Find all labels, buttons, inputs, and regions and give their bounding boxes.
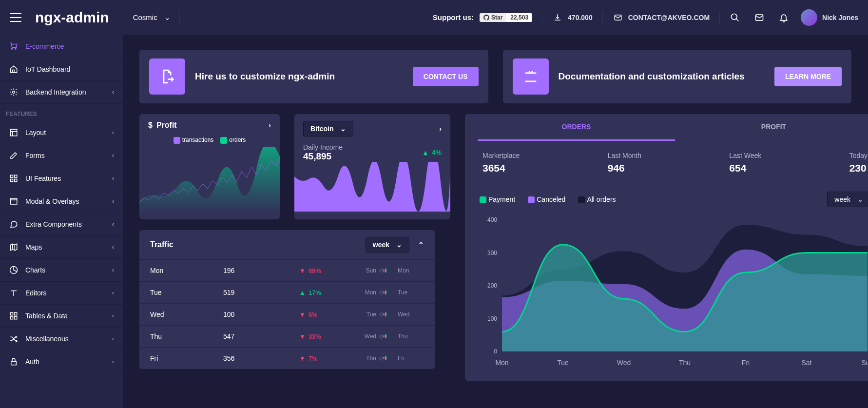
- traffic-sparkline: [379, 289, 395, 296]
- sidebar-item-charts[interactable]: Charts‹: [0, 259, 123, 282]
- svg-rect-8: [15, 179, 17, 182]
- sidebar-item-layout[interactable]: Layout‹: [0, 121, 123, 144]
- traffic-period-select[interactable]: week ⌄: [366, 237, 409, 253]
- traffic-pct: ▼33%: [299, 333, 347, 340]
- svg-rect-11: [15, 312, 17, 315]
- chevron-left-icon: ‹: [112, 290, 114, 296]
- downloads[interactable]: 470.000: [552, 12, 593, 23]
- sidebar-item-iot-dashboard[interactable]: IoT Dashboard: [0, 58, 123, 81]
- svg-text:Thu: Thu: [679, 359, 691, 367]
- sidebar-item-tables-data[interactable]: Tables & Data‹: [0, 305, 123, 328]
- app-logo[interactable]: ngx-admin: [35, 9, 109, 26]
- chevron-right-icon[interactable]: ›: [439, 125, 442, 133]
- chevron-down-icon: ⌄: [164, 13, 171, 22]
- legend-canceled: Canceled: [537, 195, 565, 203]
- svg-rect-14: [11, 361, 17, 365]
- cta-docs: Documentation and customization articles…: [503, 50, 852, 103]
- chevron-right-icon[interactable]: ›: [269, 121, 271, 129]
- sidebar-item-label: IoT Dashboard: [25, 65, 70, 73]
- traffic-cur-day: Thu: [398, 333, 420, 340]
- user-menu[interactable]: Nick Jones: [801, 9, 858, 26]
- orders-card: ORDERS PROFIT Marketplace3654Last Month9…: [465, 114, 868, 381]
- sidebar-item-e-commerce[interactable]: E-commerce: [0, 35, 123, 58]
- mail-icon[interactable]: [754, 12, 765, 23]
- svg-text:Wed: Wed: [617, 359, 631, 367]
- dollar-icon: $: [148, 121, 153, 130]
- svg-point-3: [13, 91, 15, 94]
- sidebar-item-forms[interactable]: Forms‹: [0, 144, 123, 167]
- traffic-prev-day: Mon: [347, 289, 376, 296]
- traffic-sparkline: [379, 311, 395, 318]
- sidebar-item-label: Tables & Data: [25, 312, 68, 320]
- github-badge[interactable]: Star 22,503: [480, 13, 532, 22]
- bitcoin-chart: [294, 162, 450, 212]
- search-icon[interactable]: [730, 12, 740, 23]
- theme-label: Cosmic: [133, 13, 157, 21]
- sidebar-item-extra-components[interactable]: Extra Components‹: [0, 213, 123, 236]
- traffic-day: Thu: [150, 332, 223, 340]
- svg-rect-6: [15, 175, 17, 177]
- traffic-pct: ▲17%: [299, 289, 347, 296]
- sidebar-item-label: Charts: [25, 266, 45, 274]
- chevron-left-icon: ‹: [112, 312, 114, 319]
- sidebar-item-miscellaneous[interactable]: Miscellaneous‹: [0, 328, 123, 350]
- sidebar-item-editors[interactable]: Editors‹: [0, 282, 123, 305]
- traffic-day: Fri: [150, 354, 223, 362]
- chevron-left-icon: ‹: [112, 129, 114, 136]
- contact-us-button[interactable]: CONTACT US: [413, 67, 479, 86]
- sidebar-item-modal-overlays[interactable]: Modal & Overlays‹: [0, 190, 123, 213]
- metric-label: Last Week: [729, 152, 761, 159]
- traffic-prev-day: Thu: [347, 355, 376, 362]
- chevron-up-icon[interactable]: ⌃: [418, 241, 424, 249]
- income-label: Daily Income: [303, 143, 343, 151]
- traffic-value: 519: [223, 289, 299, 296]
- download-icon: [552, 12, 563, 23]
- sidebar-item-auth[interactable]: Auth‹: [0, 350, 123, 373]
- sidebar-item-label: Auth: [25, 358, 39, 366]
- metric-label: Marketplace: [482, 152, 520, 159]
- tab-orders[interactable]: ORDERS: [478, 114, 675, 141]
- sidebar-item-backend-integration[interactable]: Backend Integration‹: [0, 81, 123, 104]
- home-icon: [9, 65, 19, 74]
- theme-select[interactable]: Cosmic ⌄: [124, 9, 180, 26]
- traffic-prev-day: Sun: [347, 267, 376, 274]
- chevron-left-icon: ‹: [112, 221, 114, 228]
- triangle-up-icon: ▲: [422, 149, 429, 156]
- gh-star-count: 22,503: [506, 13, 532, 22]
- sidebar-item-label: Extra Components: [25, 220, 82, 228]
- chevron-left-icon: ‹: [112, 152, 114, 159]
- bell-icon[interactable]: [778, 12, 789, 23]
- svg-text:Sat: Sat: [801, 359, 811, 367]
- svg-text:100: 100: [487, 315, 497, 322]
- tab-profit[interactable]: PROFIT: [675, 114, 868, 141]
- cta-hire: Hire us to customize ngx-admin CONTACT U…: [139, 50, 488, 103]
- svg-text:Mon: Mon: [495, 359, 508, 367]
- crypto-select[interactable]: Bitcoin ⌄: [303, 121, 353, 136]
- traffic-prev-day: Wed: [347, 333, 376, 340]
- profit-title: Profit: [156, 121, 177, 130]
- orders-period-select[interactable]: week ⌄: [827, 192, 868, 207]
- traffic-value: 547: [223, 332, 299, 340]
- sidebar-item-label: Miscellaneous: [25, 335, 69, 343]
- sidebar-item-ui-features[interactable]: UI Features‹: [0, 167, 123, 190]
- support-label: Support us:: [433, 13, 474, 21]
- table-icon: [9, 311, 19, 320]
- sidebar-item-maps[interactable]: Maps‹: [0, 236, 123, 259]
- cta-hire-text: Hire us to customize ngx-admin: [195, 71, 403, 82]
- bitcoin-card: Bitcoin ⌄ › Daily Income 45,895 ▲: [294, 114, 450, 219]
- chevron-down-icon: ⌄: [340, 125, 346, 133]
- browser-icon: [9, 197, 19, 206]
- menu-toggle-icon[interactable]: [10, 13, 21, 22]
- pie-icon: [9, 266, 19, 274]
- avatar: [801, 9, 817, 26]
- legend-payment: Payment: [488, 195, 515, 203]
- msg-icon: [9, 220, 19, 229]
- learn-more-button[interactable]: LEARN MORE: [774, 67, 842, 86]
- traffic-cur-day: Wed: [398, 311, 420, 318]
- chevron-left-icon: ‹: [112, 198, 114, 205]
- sidebar-item-label: Maps: [25, 243, 42, 251]
- svg-rect-9: [10, 198, 17, 204]
- profit-card: $ Profit › transactions orders: [139, 114, 280, 219]
- contact-email[interactable]: CONTACT@AKVEO.COM: [613, 12, 710, 23]
- traffic-value: 356: [223, 354, 299, 362]
